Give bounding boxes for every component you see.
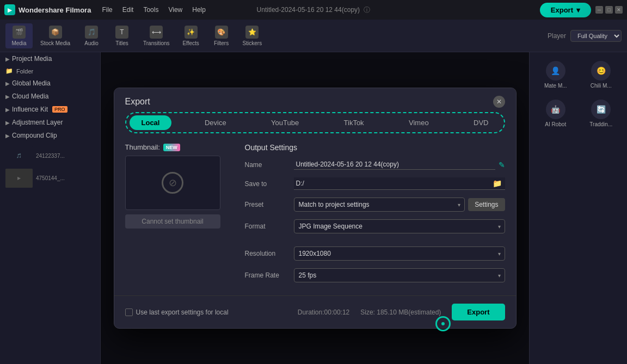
footer-left: Use last export settings for local — [125, 309, 229, 316]
chevron-right-icon: ▶ — [5, 56, 10, 62]
settings-button[interactable]: Settings — [468, 198, 505, 211]
menu-file[interactable]: File — [97, 4, 116, 16]
modal-close-button[interactable]: ✕ — [493, 96, 505, 108]
influence-kit-label: Influence Kit — [12, 106, 48, 113]
last-export-label: Use last export settings for local — [136, 309, 229, 316]
transitions-label: Transitions — [143, 40, 170, 46]
stickers-icon: ⭐ — [245, 26, 259, 39]
tab-local[interactable]: Local — [130, 115, 172, 130]
folder-area: 📁 Folder — [0, 65, 100, 77]
stickers-label: Stickers — [243, 40, 262, 46]
right-tool-traddin[interactable]: 🔄 Traddin... — [580, 95, 623, 132]
title-center: Untitled-2024-05-16 20 12 44(copy) ⓘ — [257, 5, 371, 15]
name-value-wrap: ✎ — [294, 159, 505, 170]
maximize-button[interactable]: □ — [605, 6, 613, 14]
top-bar-right: Export ▾ ─ □ ✕ — [540, 3, 623, 17]
cloud-media-label: Cloud Media — [12, 92, 48, 100]
app-name: Wondershare Filmora — [19, 6, 91, 14]
preset-select[interactable]: Match to project settings — [294, 198, 465, 212]
save-to-label: Save to — [245, 180, 294, 188]
thumbnail-label-row: Thumbnail: NEW — [125, 143, 234, 151]
preset-dropdown-wrap: Match to project settings — [294, 198, 465, 212]
toolbar-item-filters[interactable]: 🎨 Filters — [208, 23, 235, 48]
project-media-section[interactable]: ▶ Project Media — [0, 52, 100, 65]
quality-select[interactable]: Full Quality — [570, 30, 622, 42]
stock-label: Stock Media — [40, 40, 70, 46]
filters-icon: 🎨 — [215, 26, 228, 39]
cloud-media-section[interactable]: ▶ Cloud Media — [0, 90, 100, 103]
right-tool-chili[interactable]: 😊 Chili M... — [580, 57, 623, 93]
output-settings: Output Settings Name ✎ — [245, 143, 505, 290]
last-export-checkbox[interactable] — [125, 309, 133, 316]
toolbar-item-stock[interactable]: 📦 Stock Media — [36, 23, 75, 48]
adj-chevron-icon: ▶ — [5, 120, 10, 126]
right-tool-mate[interactable]: 👤 Mate M... — [534, 57, 577, 93]
right-tool-ai-robot[interactable]: 🤖 AI Robot — [534, 95, 577, 132]
transitions-icon: ⟷ — [150, 26, 163, 39]
titles-icon: T — [115, 26, 128, 39]
resolution-select[interactable]: 1920x1080 — [294, 246, 505, 261]
window-controls: ─ □ ✕ — [595, 6, 623, 14]
ai-robot-icon: 🤖 — [546, 100, 565, 119]
menu-edit[interactable]: Edit — [118, 4, 138, 16]
no-thumbnail-icon: ⊘ — [162, 172, 183, 194]
media-thumb-1: 🎵 — [5, 146, 33, 165]
menu-view[interactable]: View — [164, 4, 187, 16]
menu-help[interactable]: Help — [188, 4, 210, 16]
format-select[interactable]: JPG Image Sequence — [294, 219, 505, 233]
tab-device[interactable]: Device — [193, 115, 238, 130]
effects-icon: ✨ — [185, 26, 198, 39]
cursor-dot — [441, 322, 445, 325]
footer-right: Duration:00:00:12 Size: 185.10 MB(estima… — [298, 304, 505, 320]
logo-icon: ▶ — [4, 4, 15, 15]
name-input[interactable] — [294, 159, 495, 170]
modal-title: Export — [125, 97, 150, 107]
tab-youtube[interactable]: YouTube — [259, 115, 311, 130]
effects-label: Effects — [182, 40, 199, 46]
preset-field-row: Preset Match to project settings Setting… — [245, 198, 505, 212]
toolbar-item-transitions[interactable]: ⟷ Transitions — [139, 23, 174, 48]
name-edit-icon[interactable]: ✎ — [499, 161, 505, 169]
browse-folder-button[interactable]: 📁 — [491, 179, 503, 188]
titles-label: Titles — [115, 40, 128, 46]
tab-vimeo[interactable]: Vimeo — [397, 115, 441, 130]
left-sidebar: ▶ Project Media 📁 Folder ▶ Global Media … — [0, 52, 101, 364]
audio-icon: 🎵 — [85, 26, 98, 39]
compound-chevron-icon: ▶ — [5, 133, 10, 139]
toolbar-item-titles[interactable]: T Titles — [108, 23, 136, 48]
toolbar-item-audio[interactable]: 🎵 Audio — [78, 23, 105, 48]
influence-kit-section[interactable]: ▶ Influence Kit PRO — [0, 103, 100, 116]
top-bar: ▶ Wondershare Filmora File Edit Tools Vi… — [0, 0, 627, 20]
toolbar-item-effects[interactable]: ✨ Effects — [177, 23, 205, 48]
global-media-section[interactable]: ▶ Global Media — [0, 77, 100, 90]
traddin-label: Traddin... — [589, 121, 612, 127]
media-filename-2: 4750144_... — [36, 175, 65, 181]
preset-value-wrap: Match to project settings Settings — [294, 198, 505, 212]
chili-label: Chili M... — [591, 83, 612, 89]
export-main-button[interactable]: Export ▾ — [540, 3, 591, 17]
tab-tiktok[interactable]: TikTok — [332, 115, 376, 130]
player-label: Player — [548, 32, 566, 40]
frame-rate-label: Frame Rate — [245, 272, 294, 279]
compound-clip-section[interactable]: ▶ Compound Clip — [0, 129, 100, 142]
media-item-1: 🎵 24122337... ▶ 4750144_... — [5, 146, 95, 188]
toolbar-item-stickers[interactable]: ⭐ Stickers — [238, 23, 267, 48]
minimize-button[interactable]: ─ — [595, 6, 603, 14]
modal-footer: Use last export settings for local Durat… — [114, 295, 516, 328]
toolbar-item-media[interactable]: 🎬 Media — [5, 23, 33, 48]
influence-badge: PRO — [52, 106, 67, 113]
media-row-2: ▶ 4750144_... — [5, 169, 95, 188]
media-icon: 🎬 — [13, 26, 26, 39]
export-main-label: Export — [551, 6, 573, 14]
document-title: Untitled-2024-05-16 20 12 44(copy) — [257, 6, 360, 14]
export-modal-button[interactable]: Export — [452, 304, 505, 320]
chili-icon: 😊 — [591, 61, 611, 81]
global-chevron-icon: ▶ — [5, 81, 10, 87]
adjustment-layer-section[interactable]: ▶ Adjustment Layer — [0, 116, 100, 129]
close-window-button[interactable]: ✕ — [615, 6, 623, 14]
tab-dvd[interactable]: DVD — [462, 115, 500, 130]
menu-tools[interactable]: Tools — [139, 4, 163, 16]
frame-rate-select[interactable]: 25 fps — [294, 268, 505, 282]
cloud-chevron-icon: ▶ — [5, 94, 10, 100]
resolution-label: Resolution — [245, 250, 294, 257]
